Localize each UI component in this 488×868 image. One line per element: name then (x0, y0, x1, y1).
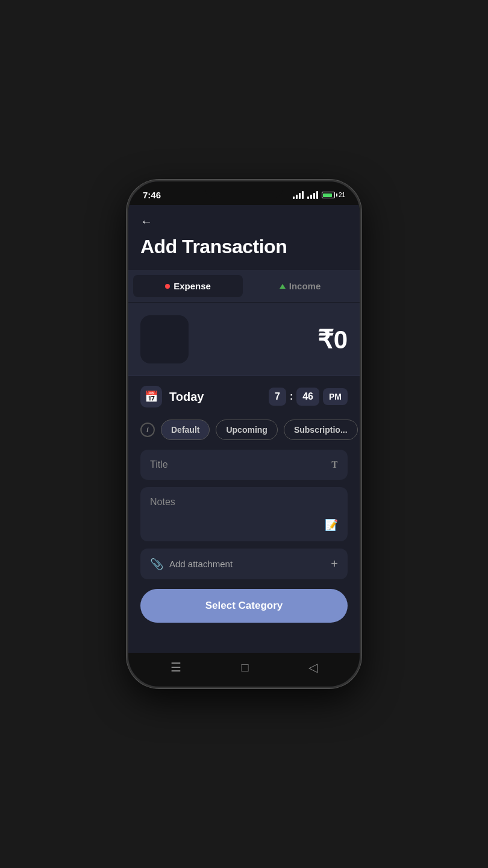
time-colon: : (290, 391, 293, 402)
paperclip-icon: 📎 (150, 558, 163, 571)
amount-section: ₹0 (128, 303, 360, 376)
expense-dot-icon (165, 284, 170, 289)
title-input[interactable]: Title 𝐓 (140, 450, 348, 480)
pill-default[interactable]: Default (161, 420, 210, 440)
battery-body (322, 192, 335, 198)
battery-text: 21 (339, 192, 345, 198)
add-attachment-icon[interactable]: + (331, 557, 338, 571)
type-row: i Default Upcoming Subscriptio... (128, 417, 360, 450)
home-icon[interactable]: □ (241, 661, 248, 675)
attachment-row[interactable]: 📎 Add attachment + (140, 549, 348, 579)
back-nav-icon[interactable]: ◁ (308, 660, 318, 675)
pill-upcoming[interactable]: Upcoming (216, 420, 277, 440)
battery-fill (323, 193, 331, 197)
time-ampm[interactable]: PM (323, 388, 348, 405)
text-format-icon: 𝐓 (331, 459, 338, 470)
menu-icon[interactable]: ☰ (170, 660, 181, 675)
tab-income[interactable]: Income (245, 275, 355, 297)
page-title: Add Transaction (128, 233, 360, 270)
select-category-button[interactable]: Select Category (140, 589, 348, 623)
income-dot-icon (280, 284, 286, 289)
title-placeholder: Title (150, 459, 168, 470)
time-hour[interactable]: 7 (269, 388, 286, 406)
pill-subscription[interactable]: Subscriptio... (284, 420, 358, 440)
notes-placeholder: Notes (150, 497, 338, 508)
signal-bars-1 (293, 191, 304, 199)
tab-income-label: Income (289, 281, 321, 291)
battery: 21 (322, 192, 345, 198)
bottom-nav: ☰ □ ◁ (128, 653, 360, 687)
notes-edit-icon: 📝 (325, 518, 338, 532)
back-button[interactable]: ← (128, 205, 360, 233)
battery-tip (336, 193, 337, 197)
tab-expense-label: Expense (174, 281, 211, 291)
signal-bars-2 (307, 191, 318, 199)
calendar-icon[interactable]: 📅 (140, 386, 162, 407)
status-icons: 21 (293, 191, 345, 199)
notes-input[interactable]: Notes 📝 (140, 487, 348, 541)
time-display: 7 : 46 PM (269, 388, 348, 406)
screen-content: ← Add Transaction Expense Income ₹0 (128, 205, 360, 653)
datetime-section: 📅 Today 7 : 46 PM (128, 376, 360, 417)
amount-display[interactable]: ₹0 (318, 325, 348, 354)
time-minute[interactable]: 46 (296, 388, 319, 406)
transaction-type-tabs: Expense Income (128, 270, 360, 302)
attachment-label: Add attachment (169, 559, 233, 569)
date-label[interactable]: Today (169, 390, 261, 404)
back-arrow-icon: ← (140, 215, 152, 228)
status-time: 7:46 (143, 190, 161, 200)
info-icon[interactable]: i (140, 423, 155, 437)
tab-expense[interactable]: Expense (133, 275, 243, 297)
attachment-left: 📎 Add attachment (150, 558, 233, 571)
amount-icon-box[interactable] (140, 315, 189, 363)
